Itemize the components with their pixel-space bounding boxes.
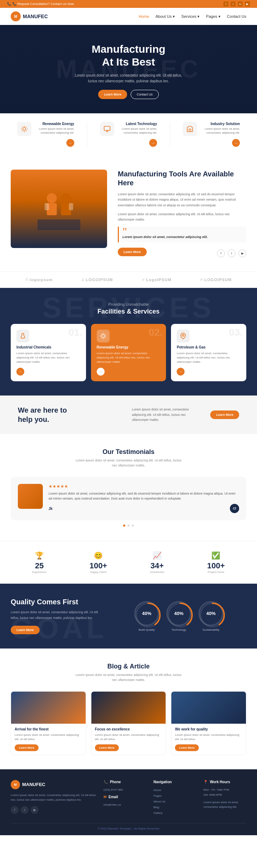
hero-contact-btn[interactable]: Contact Us: [131, 90, 159, 99]
cta-strip: We are here to help you. Lorem ipsum dol…: [0, 396, 257, 434]
dot-2[interactable]: [127, 525, 130, 527]
youtube-social[interactable]: ▶: [238, 249, 246, 257]
investment-icon: 📈: [150, 551, 164, 560]
footer-nav-about[interactable]: About Us: [153, 799, 196, 805]
svg-point-4: [61, 193, 71, 203]
service-card-icon-0: [16, 330, 29, 342]
features-strip: Renewable Energy Lorem ipsum dolor sit a…: [0, 113, 257, 155]
svg-rect-1: [104, 126, 110, 131]
service-arrow-2[interactable]: →: [177, 368, 185, 376]
feature-title-1: Latest Technology: [117, 122, 157, 126]
footer: M MANUFEC Lorem ipsum dolor sit amet, co…: [0, 769, 257, 835]
dot-3[interactable]: [132, 525, 134, 527]
twitter-social[interactable]: t: [228, 249, 236, 257]
contact-link[interactable]: 📞 Request Consultation? Contact Us Now: [12, 2, 74, 6]
renewable-energy-icon: [21, 125, 28, 133]
blog-card-desc-0: Lorem ipsum dolor sit amet, consectetur …: [15, 733, 82, 742]
feature-desc-1: Lorem ipsum dolor sit amet, consectetur …: [117, 127, 157, 135]
nav-pages[interactable]: Pages ▾: [206, 14, 220, 19]
svg-rect-7: [69, 203, 73, 210]
testimonial-avatar: [18, 484, 43, 509]
youtube-icon[interactable]: ▶: [245, 1, 250, 6]
circle-ring-1: 40%: [166, 601, 191, 626]
feature-icon-0: [17, 122, 31, 136]
service-title-0: Industrial Chemicals: [16, 345, 80, 349]
stat-1: 😊 100+ Happy Client: [90, 551, 107, 574]
hero-learn-btn[interactable]: Learn More: [98, 90, 127, 99]
footer-tw[interactable]: t: [21, 806, 29, 814]
svg-rect-8: [37, 219, 80, 230]
stat-label-1: Happy Client: [90, 570, 107, 574]
blog-cards: Arrival for the finest Lorem ipsum dolor…: [11, 691, 246, 755]
nav-services[interactable]: Services ▾: [181, 14, 200, 19]
blog-btn-2[interactable]: Learn More: [175, 744, 199, 751]
circle-svg-0: [134, 601, 162, 629]
blog-btn-1[interactable]: Learn More: [95, 744, 119, 751]
service-title-1: Renewable Energy: [97, 345, 161, 349]
goal-learn-btn[interactable]: Learn More: [11, 626, 40, 634]
blog-card-0: Arrival for the finest Lorem ipsum dolor…: [11, 691, 86, 755]
phone-footer-icon: 📞: [104, 780, 108, 784]
blog-body-0: Arrival for the finest Lorem ipsum dolor…: [11, 724, 86, 755]
circle-svg-2: [198, 601, 226, 629]
logo-icon-0: ⬡: [25, 278, 28, 281]
cta-learn-btn[interactable]: Learn More: [210, 410, 239, 419]
location-footer-icon: 📍: [203, 780, 208, 784]
service-arrow-0[interactable]: →: [16, 368, 24, 376]
petroleum-icon: [180, 332, 187, 340]
nav-about[interactable]: About Us ▾: [156, 14, 175, 19]
footer-nav-gallery[interactable]: Gallery: [153, 810, 196, 816]
workers-image: [11, 170, 107, 248]
feature-card-2: Industry Solution Lorem ipsum dolor sit …: [183, 122, 240, 147]
footer-nav-home[interactable]: Home: [153, 787, 196, 793]
about-learn-btn[interactable]: Learn More: [118, 248, 147, 256]
stat-num-2: 34+: [150, 561, 164, 570]
stat-num-0: 25: [32, 561, 46, 570]
blog-header: Blog & Article Lorem ipsum dolor sit ame…: [11, 663, 246, 683]
facebook-icon[interactable]: f: [223, 1, 228, 6]
footer-nav-blog[interactable]: Blog: [153, 805, 196, 810]
service-card-0: 01. Industrial Chemicals Lorem ipsum dol…: [11, 324, 86, 381]
footer-hours-label: 📍 Work Hours: [203, 780, 246, 784]
service-arrow-1[interactable]: →: [97, 368, 105, 376]
footer-logo-text: MANUFEC: [22, 782, 45, 787]
feature-arrow-2[interactable]: →: [232, 139, 240, 147]
hero-buttons: Learn More Contact Us: [98, 90, 158, 99]
footer-yt[interactable]: ▶: [31, 806, 39, 814]
blog-card-title-2: We work for quality: [175, 727, 242, 731]
blog-card-desc-2: Lorem ipsum dolor sit amet, consectetur …: [175, 733, 242, 742]
blog-card-title-1: Focus on excellence: [95, 727, 162, 731]
facebook-social[interactable]: f: [217, 249, 225, 257]
feature-arrow-0[interactable]: →: [66, 139, 74, 147]
service-title-2: Petroleum & Gas: [177, 345, 241, 349]
footer-email: info@mfec.us: [104, 802, 146, 807]
nav-contact[interactable]: Contact Us: [227, 14, 246, 19]
quote-text: Lorem ipsum dolor sit amet, consectetur …: [122, 234, 243, 240]
footer-hours: Mon - Fri: 7AM-7PM Sat: 8AM-6PM: [203, 787, 246, 798]
logo-icon-3: ▷: [201, 278, 203, 281]
testimonial-author: Jk: [49, 506, 52, 511]
footer-fb[interactable]: f: [11, 806, 19, 814]
service-desc-0: Lorem ipsum dolor sit amet, consectetur …: [16, 351, 80, 364]
services-header: Providing Unmatchable Facilities & Servi…: [11, 302, 246, 315]
circle-ring-2: 40%: [198, 601, 223, 626]
blog-btn-0[interactable]: Learn More: [15, 744, 39, 751]
svg-point-10: [182, 335, 184, 336]
feature-desc-0: Lorem ipsum dolor sit amet, consectetur …: [34, 127, 74, 135]
service-num-2: 03.: [229, 327, 243, 338]
blog-img-2: [171, 692, 246, 724]
blog-title: Blog & Article: [11, 663, 246, 670]
feature-arrow-1[interactable]: →: [149, 139, 157, 147]
nav-home[interactable]: Home: [138, 14, 149, 19]
footer-nav-pages[interactable]: Pages: [153, 793, 196, 799]
about-content: Manufacturing Tools Are Available Here L…: [118, 170, 246, 257]
blog-subtitle: Lorem ipsum dolor sit amet, consectetur …: [75, 672, 182, 683]
dot-1[interactable]: [123, 525, 125, 527]
linkedin-icon[interactable]: in: [238, 1, 243, 6]
logo-icon-1: △: [82, 278, 84, 281]
twitter-icon[interactable]: t: [231, 1, 236, 6]
logo-icon-2: ◇: [142, 278, 145, 281]
circle-svg-1: [166, 601, 194, 629]
phone-icon: 📞: [7, 2, 11, 6]
footer-logo: M MANUFEC: [11, 780, 96, 789]
